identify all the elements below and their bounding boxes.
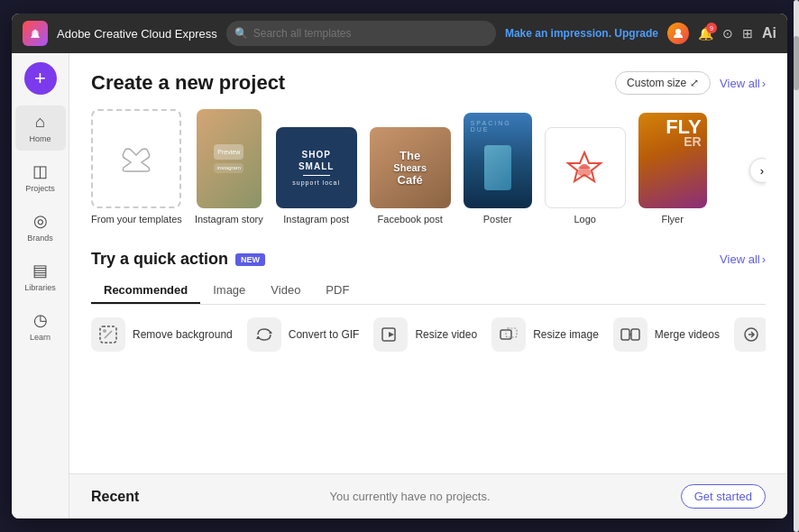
tab-pdf[interactable]: PDF — [313, 278, 362, 304]
template-instagram-post[interactable]: SHOP SMALL support local Instagram post — [276, 127, 357, 225]
sidebar: + ⌂ Home ◫ Projects ◎ Brands ▤ Libraries… — [12, 53, 69, 518]
grid-apps-icon[interactable]: ⊞ — [742, 26, 753, 41]
app-name-label: Adobe Creative Cloud Express — [57, 27, 217, 41]
flyer-label: Flyer — [661, 214, 683, 225]
sidebar-item-libraries[interactable]: ▤ Libraries — [15, 253, 66, 299]
template-from-templates[interactable]: From your templates — [91, 109, 182, 225]
resize-image-icon — [491, 317, 526, 352]
convert-gif-label: Convert to GIF — [289, 328, 360, 341]
adobe-icon[interactable]: Ai — [762, 25, 776, 41]
templates-scroll: From your templates Preview instagram In… — [91, 109, 766, 232]
notification-bell[interactable]: 🔔 9 — [698, 26, 713, 41]
quick-action-remove-bg[interactable]: Remove background — [91, 317, 233, 352]
svg-rect-11 — [621, 329, 629, 340]
poster-label: Poster — [483, 214, 512, 225]
quick-action-change[interactable]: Chang... — [734, 317, 766, 352]
get-started-button[interactable]: Get started — [681, 484, 766, 509]
resize-icon: ⤢ — [690, 77, 699, 89]
sidebar-item-projects[interactable]: ◫ Projects — [15, 154, 66, 200]
tab-video[interactable]: Video — [258, 278, 313, 304]
search-input[interactable] — [226, 21, 496, 46]
template-instagram-story[interactable]: Preview instagram Instagram story — [195, 109, 263, 225]
svg-rect-12 — [631, 329, 639, 340]
recent-empty-text: You currently have no projects. — [330, 490, 491, 503]
logo-thumb[interactable] — [545, 127, 626, 208]
custom-size-button[interactable]: Custom size ⤢ — [615, 71, 711, 95]
convert-gif-icon — [247, 317, 281, 352]
instagram-story-thumb[interactable]: Preview instagram — [197, 109, 262, 208]
logo-label: Logo — [574, 214, 595, 225]
new-badge: NEW — [235, 253, 265, 266]
sidebar-item-home[interactable]: ⌂ Home — [15, 105, 66, 151]
svg-marker-8 — [389, 332, 394, 337]
libraries-icon: ▤ — [32, 261, 48, 280]
sidebar-item-learn[interactable]: ◷ Learn — [15, 303, 66, 349]
app-logo — [23, 21, 48, 46]
nav-avatar[interactable] — [667, 23, 689, 44]
sidebar-brands-label: Brands — [27, 234, 53, 243]
impression-text: Make an impression. Upgrade — [505, 27, 658, 40]
quick-action-title: Try a quick action NEW — [91, 250, 265, 269]
recent-title: Recent — [91, 489, 139, 505]
quick-action-tabs: Recommended Image Video PDF — [91, 278, 766, 305]
user-circle-icon[interactable]: ⊙ — [722, 26, 733, 41]
poster-thumb[interactable]: SPACING DUE — [464, 113, 532, 208]
header-actions: Custom size ⤢ View all › — [615, 71, 766, 95]
sidebar-learn-label: Learn — [30, 333, 51, 342]
quick-action-resize-video[interactable]: Resize video — [373, 317, 477, 352]
home-icon: ⌂ — [35, 113, 45, 132]
chevron-right-icon-qa: › — [762, 252, 766, 266]
quick-actions-row: Remove background Convert to GIF Resize … — [91, 317, 766, 352]
tab-image[interactable]: Image — [200, 278, 258, 304]
instagram-post-thumb[interactable]: SHOP SMALL support local — [276, 127, 357, 208]
remove-bg-icon — [91, 317, 125, 352]
change-icon — [734, 317, 766, 352]
upgrade-link[interactable]: Upgrade — [614, 27, 658, 40]
add-project-button[interactable]: + — [24, 62, 57, 95]
svg-point-2 — [577, 168, 592, 177]
resize-image-label: Resize image — [533, 328, 599, 341]
template-poster[interactable]: SPACING DUE Poster — [464, 113, 532, 225]
from-templates-box[interactable] — [91, 109, 181, 208]
instagram-post-label: Instagram post — [283, 214, 349, 225]
sidebar-libraries-label: Libraries — [24, 283, 56, 292]
svg-point-4 — [103, 329, 106, 333]
template-facebook-post[interactable]: The Shears Café Facebook post — [370, 127, 451, 225]
template-logo[interactable]: Logo — [545, 127, 626, 225]
merge-videos-label: Merge videos — [655, 328, 720, 341]
instagram-story-label: Instagram story — [195, 214, 263, 225]
remove-bg-label: Remove background — [133, 328, 233, 341]
quick-action-view-all[interactable]: View all › — [720, 252, 766, 266]
nav-right: Make an impression. Upgrade 🔔 9 ⊙ ⊞ Ai — [505, 23, 776, 44]
chevron-right-icon: › — [762, 77, 766, 90]
content-area: Create a new project Custom size ⤢ View … — [69, 53, 787, 473]
facebook-post-label: Facebook post — [378, 214, 443, 225]
recent-section: Recent You currently have no projects. G… — [69, 473, 787, 518]
flyer-thumb[interactable]: FLY ER — [638, 113, 707, 208]
sidebar-item-brands[interactable]: ◎ Brands — [15, 204, 66, 250]
template-from-templates-label: From your templates — [91, 214, 182, 225]
resize-video-icon — [373, 317, 408, 352]
sidebar-home-label: Home — [29, 134, 51, 143]
search-bar: 🔍 — [226, 21, 496, 46]
top-nav: Adobe Creative Cloud Express 🔍 Make an i… — [12, 14, 787, 53]
quick-action-merge-videos[interactable]: Merge videos — [613, 317, 720, 352]
create-section-header: Create a new project Custom size ⤢ View … — [91, 71, 766, 95]
main-layout: + ⌂ Home ◫ Projects ◎ Brands ▤ Libraries… — [12, 53, 787, 518]
quick-action-section-header: Try a quick action NEW View all › — [91, 250, 766, 269]
projects-icon: ◫ — [32, 161, 48, 181]
merge-videos-icon — [613, 317, 647, 352]
resize-video-label: Resize video — [415, 328, 477, 341]
create-view-all-link[interactable]: View all › — [720, 77, 766, 90]
create-section-title: Create a new project — [91, 71, 285, 95]
sidebar-projects-label: Projects — [25, 184, 55, 193]
carousel-next-arrow[interactable]: › — [749, 158, 766, 183]
notification-badge: 9 — [706, 23, 717, 33]
facebook-post-thumb[interactable]: The Shears Café — [370, 127, 451, 208]
brands-icon: ◎ — [33, 211, 48, 231]
tab-recommended[interactable]: Recommended — [91, 278, 200, 304]
learn-icon: ◷ — [33, 310, 48, 330]
quick-action-convert-gif[interactable]: Convert to GIF — [247, 317, 360, 352]
template-flyer[interactable]: FLY ER Flyer — [638, 113, 707, 225]
quick-action-resize-image[interactable]: Resize image — [491, 317, 599, 352]
